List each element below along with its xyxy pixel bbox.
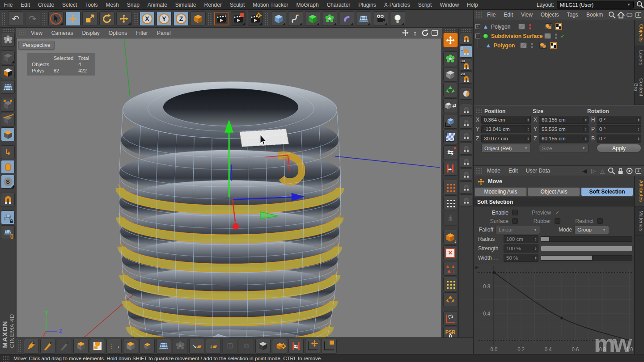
viewport-canvas[interactable]: Perspective SelectedTotal Objects4 Polys… <box>16 38 442 354</box>
lock-x-axis-button[interactable]: X <box>140 11 155 26</box>
om-menu-bookmarks[interactable]: Bookm <box>583 12 606 18</box>
polygon-snap-toggle[interactable] <box>460 130 472 142</box>
menu-plugins[interactable]: Plugins <box>354 2 380 8</box>
stepper-icon[interactable]: ▲▼ <box>636 118 641 122</box>
attr-menu-user-data[interactable]: User Data <box>522 168 554 174</box>
viewport-menu-options[interactable]: Options <box>105 30 131 36</box>
visibility-dots[interactable] <box>555 34 557 39</box>
normal-move-tool[interactable] <box>140 339 155 354</box>
auto-snap-toggle[interactable]: () <box>460 46 472 58</box>
viewport-pan-icon[interactable] <box>401 29 410 37</box>
scale-tool[interactable] <box>82 11 97 26</box>
extrude-tool[interactable] <box>73 339 89 354</box>
om-home-icon[interactable] <box>617 11 625 18</box>
menu-motion-tracker[interactable]: Motion Tracker <box>249 2 292 8</box>
phong-tag-icon[interactable] <box>545 23 552 30</box>
array-grid-button[interactable] <box>443 130 458 144</box>
array-duplicate-tool[interactable]: ⧉ <box>239 339 254 354</box>
enable-axis-mode-button[interactable]: ↳ <box>1 145 15 159</box>
om-menu-edit[interactable]: Edit <box>500 12 517 18</box>
size-z-field[interactable]: 60.155 cm▲▼ <box>539 135 589 143</box>
rotation-p-field[interactable]: 0 °▲▼ <box>597 125 641 133</box>
toolbar-grip[interactable] <box>208 13 212 25</box>
viewport-solo-button[interactable] <box>1 160 15 174</box>
render-view-button[interactable] <box>214 11 229 26</box>
preview-checkbox[interactable]: ✓ <box>555 210 560 215</box>
viewport-menu-panel[interactable]: Panel <box>153 30 175 36</box>
om-menu-file[interactable]: File <box>483 12 499 18</box>
gizmo-red-ball-handle[interactable] <box>233 223 239 230</box>
viewport-orbit-icon[interactable] <box>420 29 429 37</box>
axis-snap-toggle[interactable] <box>460 156 472 168</box>
radius-field[interactable]: 100 cm▲▼ <box>504 235 538 243</box>
axis-move-tool[interactable] <box>305 339 320 354</box>
viewport-toggle-layout-icon[interactable] <box>430 29 439 37</box>
swap-cube-button[interactable]: ⇄ <box>443 98 458 113</box>
add-camera-button[interactable] <box>373 11 388 26</box>
volume-cube-tool[interactable] <box>255 339 271 354</box>
coordinate-system-button[interactable] <box>191 11 206 26</box>
structure-chart-button[interactable] <box>443 114 458 129</box>
om-search-icon[interactable] <box>608 11 616 18</box>
triangulate-button[interactable]: ▲▲▲↓ <box>443 261 458 276</box>
stepper-icon[interactable]: ▲▼ <box>525 118 530 122</box>
position-z-field[interactable]: 30.077 cm▲▼ <box>481 135 531 143</box>
stepper-icon[interactable]: ▲▼ <box>636 137 641 140</box>
bridge-tool[interactable] <box>173 339 188 354</box>
layer-swatch[interactable] <box>544 33 551 39</box>
snap-settings-button[interactable]: S <box>1 175 15 189</box>
workplane-snap-toggle[interactable] <box>460 194 472 206</box>
menu-mesh[interactable]: Mesh <box>102 2 123 8</box>
midpoint-snap-toggle[interactable] <box>460 181 472 194</box>
rotate-tool[interactable] <box>99 11 114 26</box>
smooth-shift-tool[interactable] <box>123 339 138 354</box>
menu-help[interactable]: Help <box>463 2 482 8</box>
panel-grip[interactable] <box>475 168 483 174</box>
strength-field[interactable]: 100 %▲▼ <box>504 244 538 253</box>
enable-snap-button[interactable] <box>1 193 15 206</box>
size-mode-dropdown[interactable]: Size▼ <box>539 144 589 152</box>
spline-path-button[interactable] <box>443 311 458 326</box>
layer-swatch[interactable] <box>520 42 527 48</box>
intersection-snap-toggle[interactable] <box>460 168 472 181</box>
menu-render[interactable]: Render <box>200 2 226 8</box>
toolbar-grip[interactable] <box>18 340 22 352</box>
position-y-field[interactable]: -13.041 cm▲▼ <box>481 125 531 133</box>
surface-checkbox[interactable] <box>512 218 518 224</box>
history-back-icon[interactable]: ◀ <box>580 167 589 174</box>
viewport-menu-filter[interactable]: Filter <box>132 30 152 36</box>
palette-grip[interactable] <box>461 29 471 32</box>
honeycomb-array-button[interactable] <box>443 277 458 291</box>
track-icon[interactable] <box>625 167 633 174</box>
visibility-dots[interactable] <box>531 43 533 48</box>
stepper-icon[interactable]: ▲▼ <box>583 137 588 140</box>
om-menu-objects[interactable]: Objects <box>537 12 563 18</box>
attr-search-icon[interactable] <box>607 167 615 174</box>
convert-selection-button[interactable] <box>443 83 458 97</box>
polygon-plane-cut-tool[interactable]: ↘▰ <box>189 339 204 354</box>
parent-object-icon[interactable]: △ <box>598 167 606 174</box>
lock-workplane-button[interactable] <box>1 210 15 224</box>
search-icon[interactable] <box>636 1 644 8</box>
matrix-extrude-tool[interactable]: ⋮→ <box>106 339 122 354</box>
attr-menu-mode[interactable]: Mode <box>483 168 504 174</box>
enable-snap-toggle[interactable] <box>460 33 472 45</box>
toolbar-grip[interactable] <box>42 13 47 25</box>
stepper-icon[interactable]: ▲▼ <box>533 237 538 241</box>
panel-grip[interactable] <box>475 108 483 114</box>
falloff-dropdown[interactable]: Linear▼ <box>496 226 540 234</box>
menu-script[interactable]: Script <box>414 2 436 8</box>
size-y-field[interactable]: 55.525 cm▲▼ <box>539 125 589 133</box>
make-editable-button[interactable] <box>1 33 15 46</box>
texture-mode-button[interactable] <box>1 65 15 79</box>
size-x-field[interactable]: 60.155 cm▲▼ <box>539 116 589 124</box>
add-subdivision-surface-button[interactable] <box>305 11 320 26</box>
tab-attributes[interactable]: Attributes <box>635 176 644 206</box>
toolbar-grip[interactable] <box>2 13 6 25</box>
panel-grip[interactable] <box>475 12 483 18</box>
om-filter-icon[interactable] <box>626 11 633 18</box>
last-used-tool[interactable] <box>116 11 131 26</box>
menu-file[interactable]: File <box>0 2 17 8</box>
polygon-pen-tool[interactable] <box>24 339 39 354</box>
object-row-polygon-child[interactable]: ▲ Polygon <box>474 41 634 50</box>
